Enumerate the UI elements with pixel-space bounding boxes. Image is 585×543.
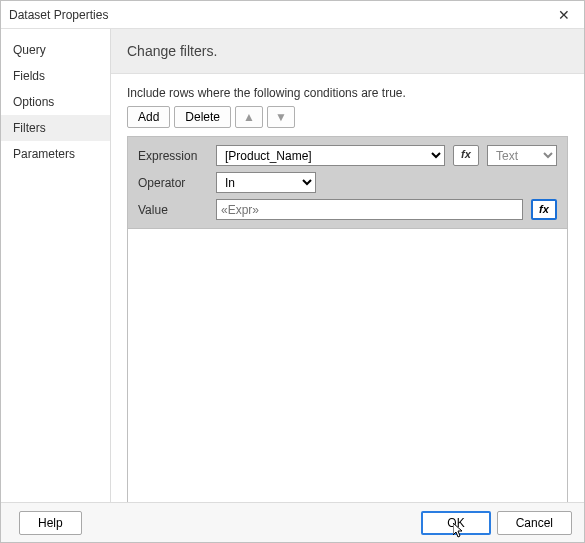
cancel-button[interactable]: Cancel xyxy=(497,511,572,535)
close-icon[interactable]: ✕ xyxy=(552,6,576,24)
delete-button[interactable]: Delete xyxy=(174,106,231,128)
expression-select[interactable]: [Product_Name] xyxy=(216,145,445,166)
operator-label: Operator xyxy=(138,176,208,190)
main-panel: Change filters. Include rows where the f… xyxy=(111,29,584,502)
dialog-body: Query Fields Options Filters Parameters … xyxy=(1,29,584,502)
sidebar-item-label: Fields xyxy=(13,69,45,83)
sidebar-item-parameters[interactable]: Parameters xyxy=(1,141,110,167)
fx-button-value[interactable]: fx xyxy=(531,199,557,220)
add-button[interactable]: Add xyxy=(127,106,170,128)
filter-toolbar: Add Delete ▲ ▼ xyxy=(127,106,568,128)
value-input[interactable] xyxy=(216,199,523,220)
move-up-icon[interactable]: ▲ xyxy=(235,106,263,128)
page-heading: Change filters. xyxy=(111,29,584,74)
sidebar-item-filters[interactable]: Filters xyxy=(1,115,110,141)
fx-button-expression[interactable]: fx xyxy=(453,145,479,166)
content-area: Include rows where the following conditi… xyxy=(111,74,584,502)
expression-row: Expression [Product_Name] fx Text xyxy=(138,145,557,166)
move-down-icon[interactable]: ▼ xyxy=(267,106,295,128)
sidebar-item-query[interactable]: Query xyxy=(1,37,110,63)
operator-select[interactable]: In xyxy=(216,172,316,193)
dialog-footer: Help OK Cancel xyxy=(1,502,584,542)
sidebar-item-label: Options xyxy=(13,95,54,109)
expression-label: Expression xyxy=(138,149,208,163)
titlebar: Dataset Properties ✕ xyxy=(1,1,584,29)
instruction-text: Include rows where the following conditi… xyxy=(127,86,568,100)
dataset-properties-dialog: Dataset Properties ✕ Query Fields Option… xyxy=(0,0,585,543)
value-row: Value fx xyxy=(138,199,557,220)
filter-editor: Expression [Product_Name] fx Text Operat… xyxy=(127,136,568,229)
value-label: Value xyxy=(138,203,208,217)
sidebar-item-options[interactable]: Options xyxy=(1,89,110,115)
sidebar-item-fields[interactable]: Fields xyxy=(1,63,110,89)
sidebar-item-label: Parameters xyxy=(13,147,75,161)
help-button[interactable]: Help xyxy=(19,511,82,535)
type-select[interactable]: Text xyxy=(487,145,557,166)
sidebar-item-label: Filters xyxy=(13,121,46,135)
filter-list-area xyxy=(127,229,568,502)
ok-button[interactable]: OK xyxy=(421,511,490,535)
operator-row: Operator In xyxy=(138,172,557,193)
window-title: Dataset Properties xyxy=(9,8,108,22)
ok-button-label: OK xyxy=(447,516,464,530)
sidebar: Query Fields Options Filters Parameters xyxy=(1,29,111,502)
sidebar-item-label: Query xyxy=(13,43,46,57)
